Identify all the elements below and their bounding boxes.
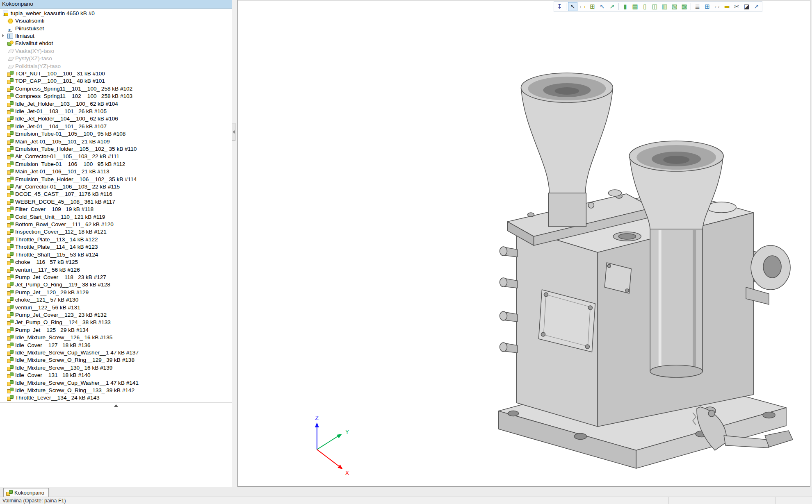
view-quad-button[interactable]: ◫ bbox=[650, 2, 659, 11]
tree-node-1[interactable]: Piirustukset bbox=[0, 25, 232, 32]
tree-node-2[interactable]: Ilmiasut bbox=[0, 32, 232, 39]
tree-part-row[interactable]: Main_Jet-01__105__101_ 21 kB #109 bbox=[0, 138, 232, 145]
select-icon: ↖ bbox=[570, 4, 575, 10]
splitter-grip-icon[interactable] bbox=[232, 123, 235, 141]
expand-chevron-icon[interactable] bbox=[2, 34, 7, 37]
view-shaded-button[interactable]: ▮ bbox=[620, 2, 630, 11]
tree-part-row[interactable]: Pump_Jet__125_ 29 kB #134 bbox=[0, 326, 232, 334]
tree-part-row[interactable]: Pump_Jet_Cover__123_ 23 kB #132 bbox=[0, 311, 232, 318]
main-area: Kokoonpano tupla_weber_kaasutin 4650 kB … bbox=[0, 0, 812, 487]
part-icon bbox=[7, 236, 13, 243]
tree-part-row[interactable]: Throttle_Lever__134_ 24 kB #143 bbox=[0, 394, 232, 402]
tree-part-row[interactable]: Idle_Cover__131_ 18 kB #140 bbox=[0, 372, 232, 379]
tree-part-row[interactable]: Idle_Mixture_Screw__130_ 16 kB #139 bbox=[0, 364, 232, 371]
tree-part-row[interactable]: Idle_Mixture_Screw_O_Ring__129_ 39 kB #1… bbox=[0, 356, 232, 364]
tree-node-3[interactable]: Esivalitut ehdot bbox=[0, 40, 232, 47]
tree-part-row[interactable]: venturi__122_ 56 kB #131 bbox=[0, 304, 232, 311]
tree-part-row[interactable]: Compress_Spring11__101__100_ 258 kB #102 bbox=[0, 85, 232, 92]
pick-edge-button[interactable]: ↗ bbox=[607, 2, 617, 11]
exit-workspace-icon: ↗ bbox=[754, 4, 759, 10]
model-viewport[interactable]: ↧↖▭⊞↖↗▮▤▯◫▥▧▩≣⊞▱▬✂◪↗ bbox=[237, 0, 810, 487]
tree-part-row[interactable]: Idle_Mixture_Screw_O_Ring__133_ 39 kB #1… bbox=[0, 386, 232, 394]
view-hidden-edge-button[interactable]: ▤ bbox=[630, 2, 640, 11]
annotate-button[interactable]: ▬ bbox=[722, 2, 732, 11]
assembly-tree[interactable]: tupla_weber_kaasutin 4650 kB #0 Visualis… bbox=[0, 9, 232, 402]
part-icon bbox=[7, 304, 13, 311]
part-icon bbox=[7, 267, 13, 273]
tree-part-row[interactable]: Inspection_Cover__112_ 18 kB #121 bbox=[0, 228, 232, 236]
view-box-button[interactable]: ▥ bbox=[660, 2, 669, 11]
tree-part-row[interactable]: Idle_Cover__127_ 18 kB #136 bbox=[0, 341, 232, 349]
tree-nodes: VisualisointiPiirustuksetIlmiasutEsivali… bbox=[0, 17, 232, 70]
pick-edge-icon: ↗ bbox=[609, 4, 615, 10]
part-icon bbox=[7, 274, 13, 280]
insert-object-button[interactable]: ⊞ bbox=[703, 2, 712, 11]
tree-part-row[interactable]: DCOE_45_CAST__107_ 1176 kB #116 bbox=[0, 191, 232, 198]
tree-part-row[interactable]: Air_Corrector-01__106__103_ 22 kB #115 bbox=[0, 183, 232, 190]
tree-part-row[interactable]: WEBER_DCOE_45__108_ 361 kB #117 bbox=[0, 198, 232, 205]
feature-list-button[interactable]: ≣ bbox=[693, 2, 702, 11]
tree-part-row[interactable]: Emulsion_Tube_Holder__105__102_ 35 kB #1… bbox=[0, 145, 232, 152]
tree-part-row[interactable]: Idle_Mixture_Screw_Cup_Washer__1 47 kB #… bbox=[0, 349, 232, 356]
carburetor-3d-model[interactable]: Z Y X bbox=[238, 0, 810, 486]
tree-part-row[interactable]: Idle_Jet-01__103__101_ 26 kB #105 bbox=[0, 107, 232, 115]
measure-button[interactable]: ▭ bbox=[578, 2, 587, 11]
part-label: Compress_Spring11__101__100_ 258 kB #102 bbox=[15, 86, 132, 92]
tree-node-4[interactable]: Vaaka(XY)-taso bbox=[0, 47, 232, 54]
tree-part-row[interactable]: Jet_Pump_O_Ring__124_ 38 kB #133 bbox=[0, 319, 232, 326]
tree-node-5[interactable]: Pysty(XZ)-taso bbox=[0, 54, 232, 62]
part-label: Idle_Cover__131_ 18 kB #140 bbox=[15, 372, 91, 378]
tree-part-row[interactable]: Idle_Jet_Holder__103__100_ 62 kB #104 bbox=[0, 100, 232, 107]
tree-part-row[interactable]: venturi__117_ 56 kB #126 bbox=[0, 266, 232, 273]
tree-part-row[interactable]: Idle_Jet-01__104__101_ 26 kB #107 bbox=[0, 123, 232, 130]
tree-part-row[interactable]: Throttle_Shaft__115_ 53 kB #124 bbox=[0, 251, 232, 258]
tree-part-row[interactable]: Throttle_Plate__114_ 14 kB #123 bbox=[0, 243, 232, 251]
trim-button[interactable]: ✂ bbox=[732, 2, 741, 11]
snap-grid-button[interactable]: ⊞ bbox=[588, 2, 597, 11]
tree-part-row[interactable]: choke__116_ 57 kB #125 bbox=[0, 258, 232, 266]
tree-part-row[interactable]: choke__121_ 57 kB #130 bbox=[0, 296, 232, 303]
tree-part-row[interactable]: Jet_Pump_O_Ring__119_ 38 kB #128 bbox=[0, 281, 232, 288]
tree-part-row[interactable]: Throttle_Plate__113_ 14 kB #122 bbox=[0, 236, 232, 243]
new-sheet-button[interactable]: ▱ bbox=[712, 2, 722, 11]
tree-scroll-up[interactable] bbox=[0, 402, 232, 408]
part-icon bbox=[7, 206, 13, 212]
part-label: TOP_NUT__100__100_ 31 kB #100 bbox=[15, 70, 105, 77]
panel-splitter[interactable] bbox=[232, 0, 237, 487]
part-icon bbox=[7, 365, 13, 371]
sun-icon bbox=[7, 18, 13, 24]
context-tools-button[interactable]: ◪ bbox=[742, 2, 751, 11]
pin-button[interactable]: ↧ bbox=[555, 2, 564, 11]
tree-part-row[interactable]: Compress_Spring11__102__100_ 258 kB #103 bbox=[0, 92, 232, 100]
view-wireframe-button[interactable]: ▯ bbox=[640, 2, 650, 11]
view-iso-button[interactable]: ▧ bbox=[670, 2, 679, 11]
tree-part-row[interactable]: Idle_Mixture_Screw_Cup_Washer__1 47 kB #… bbox=[0, 379, 232, 386]
select-button[interactable]: ↖ bbox=[568, 2, 577, 11]
tree-part-row[interactable]: Emulsion_Tube_Holder__106__102_ 35 kB #1… bbox=[0, 175, 232, 183]
tree-part-row[interactable]: Filter_Cover__109_ 19 kB #118 bbox=[0, 206, 232, 213]
status-pane-2 bbox=[775, 497, 812, 504]
tree-part-row[interactable]: TOP_CAP__100__101_ 48 kB #101 bbox=[0, 77, 232, 85]
part-label: Idle_Jet-01__104__101_ 26 kB #107 bbox=[15, 123, 107, 129]
tree-part-row[interactable]: Pump_Jet__120_ 29 kB #129 bbox=[0, 288, 232, 296]
tree-root[interactable]: tupla_weber_kaasutin 4650 kB #0 bbox=[0, 9, 232, 17]
tree-part-row[interactable]: Idle_Jet_Holder__104__100_ 62 kB #106 bbox=[0, 115, 232, 123]
view-render-button[interactable]: ▩ bbox=[680, 2, 689, 11]
tree-part-row[interactable]: Emulsion_Tube-01__106__100_ 95 kB #112 bbox=[0, 160, 232, 168]
tree-part-row[interactable]: TOP_NUT__100__100_ 31 kB #100 bbox=[0, 70, 232, 77]
tree-node-0[interactable]: Visualisointi bbox=[0, 17, 232, 24]
tree-part-row[interactable]: Cold_Start_Unit__110_ 121 kB #119 bbox=[0, 213, 232, 220]
part-icon bbox=[7, 184, 13, 190]
tree-part-row[interactable]: Bottom_Bowl_Cover__111_ 62 kB #120 bbox=[0, 220, 232, 228]
tab-kokoonpano[interactable]: Kokoonpano bbox=[3, 488, 49, 497]
tree-part-row[interactable]: Pump_Jet_Cover__118_ 23 kB #127 bbox=[0, 273, 232, 281]
tree-part-row[interactable]: Air_Corrector-01__105__103_ 22 kB #111 bbox=[0, 153, 232, 160]
part-label: Throttle_Shaft__115_ 53 kB #124 bbox=[15, 252, 98, 258]
tree-part-row[interactable]: Main_Jet-01__106__101_ 21 kB #113 bbox=[0, 168, 232, 175]
tree-part-row[interactable]: Emulsion_Tube-01__105__100_ 95 kB #108 bbox=[0, 130, 232, 138]
exit-workspace-button[interactable]: ↗ bbox=[752, 2, 761, 11]
tree-node-6[interactable]: Poikittais(YZ)-taso bbox=[0, 62, 232, 70]
tree-part-row[interactable]: Idle_Mixture_Screw__126_ 16 kB #135 bbox=[0, 334, 232, 341]
part-label: venturi__117_ 56 kB #126 bbox=[15, 267, 80, 273]
pick-vertex-button[interactable]: ↖ bbox=[598, 2, 607, 11]
